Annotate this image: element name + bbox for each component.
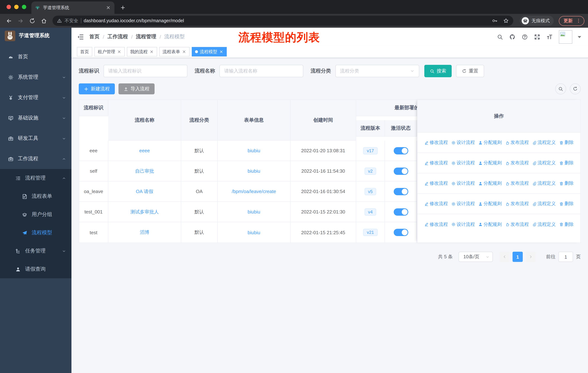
reload-button[interactable] <box>27 16 37 26</box>
app-logo[interactable]: 芋道管理系统 <box>0 28 72 44</box>
password-key-icon[interactable] <box>492 18 498 24</box>
sidebar-item-11[interactable]: 请假查询 <box>0 260 72 278</box>
delete-link[interactable]: 删除 <box>559 160 574 166</box>
publish-flow-link[interactable]: 发布流程 <box>505 140 529 146</box>
form-info-link[interactable]: /bpm/oa/leave/create <box>232 189 276 194</box>
header-search-icon[interactable] <box>497 34 503 40</box>
github-icon[interactable] <box>509 34 515 40</box>
active-status-toggle[interactable] <box>394 208 408 215</box>
bookmark-star-icon[interactable] <box>503 18 509 24</box>
flow-name-link[interactable]: 自己审批 <box>135 168 154 174</box>
publish-flow-link[interactable]: 发布流程 <box>505 221 529 227</box>
home-button[interactable] <box>39 16 49 26</box>
sidebar-item-1[interactable]: 系统管理 <box>0 67 72 87</box>
assign-rule-link[interactable]: 分配规则 <box>478 201 502 207</box>
edit-flow-link[interactable]: 修改流程 <box>424 180 448 186</box>
form-info-link[interactable]: biubiu <box>248 209 260 214</box>
sidebar-item-3[interactable]: 基础设施 <box>0 108 72 128</box>
design-flow-link[interactable]: 设计流程 <box>451 160 475 166</box>
create-flow-button[interactable]: 新建流程 <box>79 83 115 94</box>
avatar[interactable] <box>559 30 572 43</box>
flow-category-select[interactable]: 流程分类 <box>335 65 419 77</box>
show-search-button[interactable] <box>555 83 566 94</box>
sidebar-item-10[interactable]: 任务管理 <box>0 242 72 260</box>
page-number-1[interactable]: 1 <box>513 252 523 262</box>
sidebar-item-8[interactable]: 用户分组 <box>0 205 72 224</box>
flow-definition-link[interactable]: 流程定义 <box>532 180 556 186</box>
edit-flow-link[interactable]: 修改流程 <box>424 201 448 207</box>
breadcrumb-item[interactable]: 工作流程 <box>107 33 128 40</box>
forward-button[interactable] <box>15 16 26 26</box>
sidebar-item-9[interactable]: 流程模型 <box>0 224 72 242</box>
design-flow-link[interactable]: 设计流程 <box>451 221 475 227</box>
flow-name-link[interactable]: OA 请假 <box>136 188 153 195</box>
publish-flow-link[interactable]: 发布流程 <box>505 160 529 166</box>
tagview-tab-1[interactable]: 租户管理 <box>94 47 125 56</box>
browser-menu-icon[interactable] <box>576 18 581 23</box>
goto-page-input[interactable]: 1 <box>558 252 573 262</box>
browser-tab[interactable]: 芋道管理系统 <box>31 1 115 14</box>
address-bar[interactable]: 不安全 dashboard.yudao.iocoder.cn/bpm/manag… <box>52 16 513 26</box>
avatar-caret-icon[interactable] <box>576 34 583 40</box>
flow-name-link[interactable]: 滔博 <box>140 229 149 236</box>
tagview-tab-2[interactable]: 我的流程 <box>127 47 157 56</box>
delete-link[interactable]: 删除 <box>559 180 574 186</box>
import-flow-button[interactable]: 导入流程 <box>118 83 155 94</box>
active-status-toggle[interactable] <box>394 147 408 154</box>
fullscreen-icon[interactable] <box>534 34 540 40</box>
flow-key-input[interactable]: 请输入流程标识 <box>104 65 187 77</box>
sidebar-collapse-button[interactable] <box>77 33 84 40</box>
delete-link[interactable]: 删除 <box>559 140 574 146</box>
active-status-toggle[interactable] <box>394 167 408 175</box>
flow-definition-link[interactable]: 流程定义 <box>532 221 556 227</box>
flow-name-link[interactable]: eeee <box>139 148 150 153</box>
new-tab-button[interactable] <box>117 2 128 13</box>
assign-rule-link[interactable]: 分配规则 <box>478 140 502 146</box>
assign-rule-link[interactable]: 分配规则 <box>478 221 502 227</box>
active-status-toggle[interactable] <box>394 229 408 236</box>
design-flow-link[interactable]: 设计流程 <box>451 140 475 146</box>
flow-definition-link[interactable]: 流程定义 <box>532 140 556 146</box>
flow-definition-link[interactable]: 流程定义 <box>532 201 556 207</box>
security-warning-icon[interactable] <box>57 18 62 23</box>
active-status-toggle[interactable] <box>394 188 408 195</box>
sidebar-item-5[interactable]: 工作流程 <box>0 149 72 169</box>
back-button[interactable] <box>4 16 14 26</box>
minimize-window-button[interactable] <box>14 5 19 9</box>
design-flow-link[interactable]: 设计流程 <box>451 201 475 207</box>
sidebar-item-2[interactable]: 支付管理 <box>0 87 72 108</box>
flow-name-link[interactable]: 测试多审批人 <box>130 209 159 215</box>
prev-page-button[interactable] <box>499 252 510 262</box>
close-window-button[interactable] <box>7 5 11 9</box>
font-size-icon[interactable] <box>546 34 553 40</box>
help-icon[interactable] <box>522 34 528 40</box>
design-flow-link[interactable]: 设计流程 <box>451 180 475 186</box>
sidebar-item-0[interactable]: 首页 <box>0 47 72 67</box>
publish-flow-link[interactable]: 发布流程 <box>505 201 529 207</box>
tagview-tab-0[interactable]: 首页 <box>77 47 92 56</box>
form-info-link[interactable]: biubiu <box>248 168 260 174</box>
browser-update-button[interactable]: 更新 <box>559 16 584 26</box>
refresh-table-button[interactable] <box>570 83 581 94</box>
publish-flow-link[interactable]: 发布流程 <box>505 180 529 186</box>
next-page-button[interactable] <box>526 252 536 262</box>
reset-button[interactable]: 重置 <box>456 65 484 77</box>
sidebar-item-6[interactable]: 流程管理 <box>0 169 72 187</box>
tagview-tab-4[interactable]: 流程模型 <box>192 47 227 56</box>
sidebar-item-4[interactable]: 研发工具 <box>0 128 72 149</box>
page-size-select[interactable]: 10条/页 <box>459 252 493 262</box>
breadcrumb-item[interactable]: 首页 <box>89 33 100 40</box>
flow-definition-link[interactable]: 流程定义 <box>532 160 556 166</box>
tagview-tab-3[interactable]: 流程表单 <box>159 47 189 56</box>
edit-flow-link[interactable]: 修改流程 <box>424 160 448 166</box>
zoom-window-button[interactable] <box>22 5 26 9</box>
delete-link[interactable]: 删除 <box>559 221 574 227</box>
form-info-link[interactable]: biubiu <box>248 148 260 153</box>
delete-link[interactable]: 删除 <box>559 201 574 207</box>
sidebar-item-7[interactable]: 流程表单 <box>0 187 72 205</box>
tab-close-icon[interactable] <box>106 5 111 10</box>
breadcrumb-item[interactable]: 流程管理 <box>136 33 156 40</box>
search-button[interactable]: 搜索 <box>424 65 452 77</box>
form-info-link[interactable]: biubiu <box>248 230 260 235</box>
edit-flow-link[interactable]: 修改流程 <box>424 140 448 146</box>
